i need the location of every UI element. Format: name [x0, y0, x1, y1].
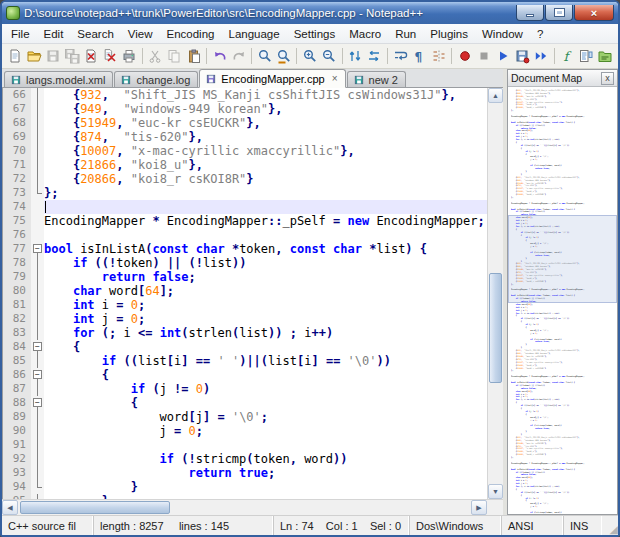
sync-vertical-button[interactable]	[346, 46, 365, 67]
menu-item-language[interactable]: Language	[221, 26, 286, 42]
line-number: 70	[3, 144, 31, 158]
line-number: 88	[3, 396, 31, 410]
run-macro-multiple-button[interactable]	[531, 46, 550, 67]
line-number: 80	[3, 284, 31, 298]
menu-item-plugins[interactable]: Plugins	[423, 26, 475, 42]
close-button[interactable]: ×	[574, 5, 614, 21]
toolbar-separator	[251, 48, 252, 64]
show-all-chars-icon: ¶	[411, 48, 427, 64]
menu-item-view[interactable]: View	[121, 26, 160, 42]
fold-margin: −	[31, 340, 44, 354]
scroll-up-icon[interactable]: ▲	[488, 88, 503, 103]
scrollbar-corner	[487, 500, 503, 515]
tab-close-icon[interactable]: ×	[332, 74, 338, 83]
line-number: 67	[3, 102, 31, 116]
find-button[interactable]	[255, 46, 274, 67]
line-number: 77	[3, 242, 31, 256]
menu-item-window[interactable]: Window	[475, 26, 530, 42]
tab-new-2[interactable]: new 2	[347, 71, 406, 87]
play-macro-button[interactable]	[493, 46, 512, 67]
minimap-viewport[interactable]	[508, 215, 617, 303]
line-text: {	[44, 368, 487, 382]
fold-margin	[31, 116, 44, 130]
indent-guide-button[interactable]	[429, 46, 448, 67]
sync-horizontal-button[interactable]	[365, 46, 384, 67]
function-list-button[interactable]: f	[558, 46, 577, 67]
tab-encodingmapper-cpp[interactable]: EncodingMapper.cpp×	[199, 69, 345, 88]
resize-grip[interactable]: ◢	[602, 516, 618, 535]
document-map-close-icon[interactable]: x	[601, 72, 614, 85]
fold-margin	[31, 144, 44, 158]
minimize-button[interactable]	[516, 5, 544, 21]
save-all-button[interactable]	[62, 46, 81, 67]
zoom-out-button[interactable]	[320, 46, 339, 67]
new-file-button[interactable]	[5, 46, 24, 67]
save-all-icon	[64, 48, 80, 64]
fold-collapse-icon[interactable]: −	[33, 370, 42, 379]
vertical-scroll-track[interactable]	[488, 103, 503, 484]
zoom-in-button[interactable]	[300, 46, 319, 67]
maximize-icon	[555, 9, 564, 16]
menu-item-edit[interactable]: Edit	[37, 26, 71, 42]
show-all-chars-button[interactable]: ¶	[410, 46, 429, 67]
title-bar[interactable]: D:\source\notepad++\trunk\PowerEditor\sr…	[2, 2, 618, 24]
menu-item-run[interactable]: Run	[388, 26, 423, 42]
code-line-95: 95 }	[3, 494, 487, 499]
fold-collapse-icon[interactable]: −	[33, 342, 42, 351]
document-map-minimap[interactable]: {932, "Shift_JIS MS_Kanji csShiftJIS csW…	[508, 87, 617, 514]
copy-button[interactable]	[165, 46, 184, 67]
replace-icon	[276, 48, 292, 64]
stop-record-button[interactable]	[474, 46, 493, 67]
save-macro-icon	[514, 48, 530, 64]
line-text	[44, 228, 487, 242]
cut-button[interactable]	[146, 46, 165, 67]
record-macro-button[interactable]	[455, 46, 474, 67]
tab-langs-model-xml[interactable]: langs.model.xml	[4, 71, 113, 87]
menu-item-help[interactable]: ?	[530, 26, 550, 42]
scroll-right-icon[interactable]: ▶	[471, 500, 487, 515]
file-browser-button[interactable]	[596, 46, 615, 67]
close-button[interactable]	[82, 46, 101, 67]
document-map-header[interactable]: Document Map x	[508, 70, 617, 87]
scroll-left-icon[interactable]: ◀	[2, 500, 18, 515]
horizontal-scrollbar[interactable]: ◀ ▶	[2, 499, 503, 515]
menu-item-search[interactable]: Search	[70, 26, 120, 42]
doc-map-button[interactable]	[577, 46, 596, 67]
line-text: {	[44, 340, 487, 354]
maximize-button[interactable]	[545, 5, 573, 21]
open-file-button[interactable]	[24, 46, 43, 67]
tab-label: new 2	[369, 74, 398, 86]
line-text: {21866, "koi8_u"},	[44, 158, 487, 172]
tab-change-log[interactable]: change.log	[114, 71, 198, 87]
replace-button[interactable]	[274, 46, 293, 67]
vertical-scrollbar[interactable]: ▲ ▼	[487, 88, 503, 499]
line-number: 92	[3, 452, 31, 466]
word-wrap-button[interactable]	[391, 46, 410, 67]
save-button[interactable]	[43, 46, 62, 67]
fold-margin	[31, 256, 44, 270]
fold-margin	[31, 284, 44, 298]
menu-item-encoding[interactable]: Encoding	[160, 26, 222, 42]
line-text: bool isInListA(const char *token, const …	[44, 242, 487, 256]
vertical-scroll-thumb[interactable]	[489, 273, 502, 383]
horizontal-scroll-track[interactable]	[18, 500, 471, 515]
code-line-71: 71 {21866, "koi8_u"},	[3, 158, 487, 172]
paste-button[interactable]	[184, 46, 203, 67]
status-bar: C++ source fil length : 8257 lines : 145…	[2, 515, 618, 535]
sync-vertical-icon	[347, 48, 363, 64]
code-editor[interactable]: 66 {932, "Shift_JIS MS_Kanji csShiftJIS …	[3, 88, 487, 499]
code-line-88: 88− {	[3, 396, 487, 410]
scroll-down-icon[interactable]: ▼	[488, 484, 503, 499]
horizontal-scroll-thumb[interactable]	[20, 501, 170, 514]
print-button[interactable]	[120, 46, 139, 67]
menu-item-macro[interactable]: Macro	[342, 26, 388, 42]
save-macro-button[interactable]	[512, 46, 531, 67]
undo-button[interactable]	[210, 46, 229, 67]
close-all-button[interactable]	[101, 46, 120, 67]
redo-button[interactable]	[229, 46, 248, 67]
menu-item-settings[interactable]: Settings	[287, 26, 343, 42]
line-text: }	[44, 494, 487, 499]
fold-collapse-icon[interactable]: −	[33, 244, 42, 253]
fold-collapse-icon[interactable]: −	[33, 398, 42, 407]
menu-item-file[interactable]: File	[4, 26, 37, 42]
